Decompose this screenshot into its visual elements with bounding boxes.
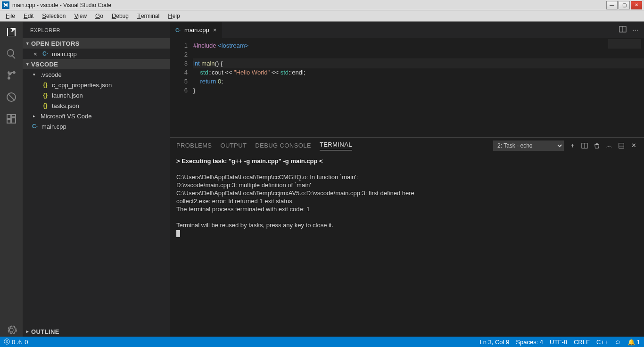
close-icon[interactable]: × <box>32 50 39 58</box>
json-file-icon: {} <box>41 92 49 99</box>
panel-tab-problems[interactable]: PROBLEMS <box>176 142 212 149</box>
menu-view[interactable]: View <box>70 11 91 20</box>
status-line-col[interactable]: Ln 3, Col 9 <box>479 339 509 346</box>
cpp-file-icon: C· <box>41 50 49 57</box>
line-gutter: 123456 <box>170 38 193 137</box>
error-icon: ⓧ <box>4 338 10 346</box>
json-file-icon: {} <box>41 82 49 88</box>
chevron-down-icon: ▾ <box>33 72 38 77</box>
activity-bar <box>0 22 23 337</box>
menu-file[interactable]: File <box>2 11 19 20</box>
status-errors[interactable]: ⓧ0 ⚠0 <box>4 338 28 346</box>
file-tasks-json[interactable]: {} tasks.json <box>23 100 170 111</box>
json-file-icon: {} <box>41 102 49 109</box>
bottom-panel: PROBLEMS OUTPUT DEBUG CONSOLE TERMINAL 2… <box>170 137 644 337</box>
warning-icon: ⚠ <box>17 339 23 346</box>
more-actions-icon[interactable]: ⋯ <box>632 26 638 33</box>
close-window-button[interactable]: ✕ <box>631 1 642 9</box>
outline-label: OUTLINE <box>31 328 59 335</box>
outline-header[interactable]: ▸ OUTLINE <box>23 326 170 337</box>
panel-tabs: PROBLEMS OUTPUT DEBUG CONSOLE TERMINAL 2… <box>170 138 644 153</box>
cpp-file-icon: C· <box>175 27 181 33</box>
folder-vscode[interactable]: ▾ .vscode <box>23 69 170 80</box>
split-editor-icon[interactable] <box>619 25 627 34</box>
terminal-selector[interactable]: 2: Task - echo <box>493 140 564 151</box>
bell-icon: 🔔 <box>627 339 635 346</box>
status-bar: ⓧ0 ⚠0 Ln 3, Col 9 Spaces: 4 UTF-8 CRLF C… <box>0 337 644 347</box>
svg-rect-5 <box>619 143 624 148</box>
menu-bar: File Edit Selection View Go Debug Termin… <box>0 10 644 22</box>
explorer-icon[interactable] <box>5 25 18 39</box>
open-editor-label: main.cpp <box>52 50 77 58</box>
menu-edit[interactable]: Edit <box>20 11 37 20</box>
split-terminal-icon[interactable] <box>581 142 588 149</box>
menu-help[interactable]: Help <box>164 11 183 20</box>
maximize-button[interactable]: ▢ <box>619 1 630 9</box>
cpp-file-icon: C· <box>31 123 39 130</box>
code-editor[interactable]: 123456 #include <iostream>int main() { s… <box>170 38 644 137</box>
close-panel-icon[interactable]: ✕ <box>630 142 637 149</box>
file-launch-json[interactable]: {} launch.json <box>23 90 170 100</box>
workspace-label: VSCODE <box>31 61 58 68</box>
status-language[interactable]: C++ <box>596 339 608 346</box>
window-title: main.cpp - vscode - Visual Studio Code <box>12 2 111 8</box>
file-label: tasks.json <box>52 102 79 109</box>
status-spaces[interactable]: Spaces: 4 <box>516 339 543 346</box>
tab-label: main.cpp <box>184 26 209 33</box>
file-c-cpp-properties[interactable]: {} c_cpp_properties.json <box>23 80 170 90</box>
settings-gear-icon[interactable] <box>5 323 18 337</box>
file-label: main.cpp <box>41 123 66 130</box>
chevron-right-icon: ▸ <box>33 114 38 118</box>
new-terminal-icon[interactable]: ＋ <box>569 142 576 149</box>
workspace-header[interactable]: ▾ VSCODE <box>23 59 170 69</box>
search-icon[interactable] <box>5 47 18 60</box>
code-content[interactable]: #include <iostream>int main() { std::cou… <box>193 38 644 137</box>
window-title-bar: main.cpp - vscode - Visual Studio Code —… <box>0 0 644 10</box>
menu-selection[interactable]: Selection <box>38 11 69 20</box>
folder-label: Microsoft VS Code <box>41 113 91 120</box>
status-feedback-icon[interactable]: ☺ <box>614 339 620 346</box>
file-main-cpp[interactable]: C· main.cpp <box>23 121 170 132</box>
open-editors-label: OPEN EDITORS <box>31 40 80 47</box>
tab-main-cpp[interactable]: C· main.cpp × <box>170 22 223 38</box>
panel-tab-terminal[interactable]: TERMINAL <box>320 141 352 150</box>
editor-tabs: C· main.cpp × ⋯ <box>170 22 644 38</box>
source-control-icon[interactable] <box>5 69 18 82</box>
terminal-output[interactable]: > Executing task: "g++ -g main.cpp" -g m… <box>170 153 644 337</box>
folder-ms-vscode[interactable]: ▸ Microsoft VS Code <box>23 111 170 121</box>
file-label: launch.json <box>52 92 83 99</box>
chevron-right-icon: ▸ <box>25 329 31 334</box>
debug-icon[interactable] <box>5 91 18 104</box>
vscode-logo-icon <box>2 1 9 9</box>
kill-terminal-icon[interactable] <box>593 142 601 149</box>
menu-terminal[interactable]: Terminal <box>133 11 163 20</box>
sidebar-title: EXPLORER <box>23 22 170 38</box>
open-editor-item[interactable]: × C· main.cpp <box>23 49 170 59</box>
chevron-down-icon: ▾ <box>25 41 31 46</box>
editor-area: C· main.cpp × ⋯ 123456 #include <iostrea… <box>170 22 644 337</box>
folder-label: .vscode <box>41 71 62 78</box>
status-eol[interactable]: CRLF <box>574 339 590 346</box>
file-label: c_cpp_properties.json <box>52 82 112 89</box>
maximize-panel-icon[interactable] <box>618 142 625 149</box>
chevron-down-icon: ▾ <box>25 62 31 66</box>
status-encoding[interactable]: UTF-8 <box>550 339 567 346</box>
menu-go[interactable]: Go <box>91 11 107 20</box>
extensions-icon[interactable] <box>5 112 18 125</box>
panel-tab-output[interactable]: OUTPUT <box>220 142 247 149</box>
chevron-up-icon[interactable]: ︿ <box>605 142 613 149</box>
menu-debug[interactable]: Debug <box>108 11 132 20</box>
panel-tab-debug-console[interactable]: DEBUG CONSOLE <box>255 142 311 149</box>
explorer-sidebar: EXPLORER ▾ OPEN EDITORS × C· main.cpp ▾ … <box>23 22 170 337</box>
close-tab-icon[interactable]: × <box>213 26 217 33</box>
open-editors-header[interactable]: ▾ OPEN EDITORS <box>23 38 170 49</box>
minimap[interactable] <box>608 39 641 49</box>
minimize-button[interactable]: — <box>606 1 618 9</box>
status-notifications[interactable]: 🔔1 <box>627 339 640 346</box>
